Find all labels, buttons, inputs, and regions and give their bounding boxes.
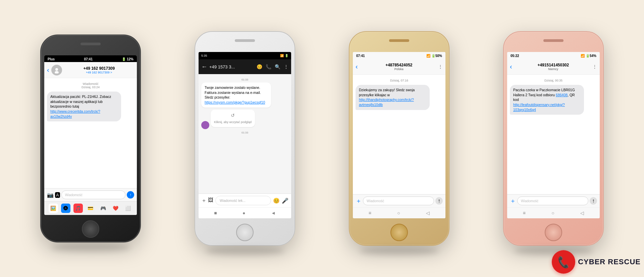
phone-3-status-bar: 07:41 📶 🔋50% bbox=[353, 52, 445, 59]
image-icon[interactable]: 🖼 bbox=[208, 197, 213, 204]
photos-app[interactable]: 🖼️ bbox=[49, 204, 58, 213]
sender-avatar bbox=[201, 121, 209, 129]
back-button[interactable]: ‹ bbox=[47, 66, 49, 74]
back-button[interactable]: ‹ bbox=[510, 63, 512, 70]
phone-icon[interactable]: 📞 bbox=[266, 64, 271, 69]
date-label: WiadomośćDzisiaj, 03:24 bbox=[47, 82, 134, 89]
cyber-rescue-logo: 📞 CYBER RESCUE bbox=[552, 250, 641, 274]
sms-message-4: Paczka czeka w Paczkomacie LBR01G Haller… bbox=[510, 85, 584, 115]
send-button[interactable]: ↑ bbox=[127, 191, 134, 199]
emoji-icon[interactable]: 😊 bbox=[273, 198, 280, 204]
nav-menu[interactable]: ≡ bbox=[369, 210, 371, 216]
contact-detail: +49 162 9017309 > bbox=[64, 71, 134, 74]
phone-1-home-button[interactable] bbox=[82, 220, 99, 238]
more-icon[interactable]: ⋮ bbox=[284, 64, 288, 69]
heart-app[interactable]: ❤️ bbox=[111, 204, 120, 213]
appstore-app[interactable]: 🅐 bbox=[61, 204, 70, 213]
nav-back[interactable]: ◁ bbox=[426, 210, 430, 216]
message-input[interactable]: Wiadomość bbox=[517, 197, 588, 205]
music-app[interactable]: 🎵 bbox=[73, 204, 83, 213]
time: 05:22 bbox=[511, 54, 519, 58]
nav-menu[interactable]: ≡ bbox=[523, 210, 526, 216]
phone-2-input-bar: ＋ 🖼 Wiadomość tek... 😊 🎤 bbox=[199, 193, 291, 207]
phone-2-status-bar: 5:35 📶 🔋 bbox=[199, 52, 291, 59]
phone-3-speaker bbox=[389, 39, 409, 42]
phone-1-input-bar: 📷 A Wiadomość ↑ bbox=[44, 188, 137, 201]
send-btn[interactable]: ↑ bbox=[590, 197, 597, 205]
more-icon[interactable]: ⋮ bbox=[438, 64, 443, 69]
logo-circle[interactable]: 📞 bbox=[552, 250, 575, 274]
preview-bubble[interactable]: ↺ Kliknij, aby wczytać podgląd bbox=[211, 110, 255, 127]
send-btn[interactable]: ↑ bbox=[435, 197, 443, 205]
mic-icon[interactable]: 🎤 bbox=[282, 198, 288, 204]
sms-link-3[interactable]: http://thandiphotography.com/trck/?avtme… bbox=[359, 98, 414, 107]
other-app[interactable]: ⬜ bbox=[123, 204, 132, 213]
date-label: Dzisiaj, 00:35 bbox=[510, 79, 597, 82]
icons: 📶 🔋50% bbox=[426, 54, 442, 58]
android-icons: 📶 🔋 bbox=[280, 54, 288, 57]
phone-3-home-button[interactable] bbox=[390, 224, 408, 241]
sms-code-link[interactable]: 686408 bbox=[556, 93, 568, 97]
apps-bar: 🖼️ 🅐 🎵 💳 🎮 ❤️ ⬜ bbox=[44, 201, 137, 215]
sms-link-4[interactable]: http://leafoutdispensary.net/pkg/?103qrq… bbox=[513, 103, 565, 112]
phone-3: 07:41 📶 🔋50% ‹ +48785424052 Polska ⋮ Dzi… bbox=[349, 31, 449, 246]
message-input[interactable]: Wiadomość tek... bbox=[215, 196, 271, 205]
nav-home[interactable]: ○ bbox=[397, 210, 400, 216]
phone-4-input-bar: ＋ Wiadomość ↑ bbox=[507, 194, 600, 207]
plus-icon[interactable]: ＋ bbox=[201, 197, 207, 204]
camera-icon[interactable]: 📷 bbox=[47, 192, 54, 198]
phone-1-status-bar: Plus 07:41 🔋 12% bbox=[44, 55, 137, 62]
nav-home[interactable]: ○ bbox=[551, 210, 554, 216]
svg-point-1 bbox=[55, 71, 59, 73]
sms-message-2: Twoje zamowienie zostalo wyslane. Faktur… bbox=[201, 82, 271, 108]
contact-name: +4915141450302 bbox=[514, 63, 592, 67]
phone-1-messages: WiadomośćDzisiaj, 03:24 Aktualizacja pac… bbox=[44, 78, 137, 188]
plus-button[interactable]: ＋ bbox=[510, 197, 516, 205]
sms-link-1[interactable]: http://www.creceritda.com/trck/?ax10w2hz… bbox=[50, 109, 100, 118]
phone-3-screen: 07:41 📶 🔋50% ‹ +48785424052 Polska ⋮ Dzi… bbox=[353, 52, 445, 218]
smiley-icon[interactable]: 😊 bbox=[257, 64, 262, 69]
appstore-icon[interactable]: A bbox=[55, 192, 60, 198]
logo-text: CYBER RESCUE bbox=[578, 258, 641, 266]
search-icon[interactable]: 🔍 bbox=[275, 64, 280, 69]
contact-region: Polska bbox=[360, 67, 438, 71]
phone-4-home-button[interactable] bbox=[545, 224, 562, 241]
phone-2-home-button[interactable] bbox=[236, 224, 254, 241]
phone-3-messages: Dzisiaj, 07:16 Dziekujemy za zakupy! Sle… bbox=[353, 75, 445, 194]
more-icon[interactable]: ⋮ bbox=[592, 64, 597, 69]
contact-info: +48785424052 Polska bbox=[360, 63, 438, 71]
message-input[interactable]: Wiadomość bbox=[363, 197, 434, 205]
message-input[interactable]: Wiadomość bbox=[61, 190, 125, 199]
contact-info: +49 162 9017309 +49 162 9017309 > bbox=[64, 66, 134, 74]
phone-4-header: ‹ +4915141450302 Niemcy ⋮ bbox=[507, 59, 600, 75]
nav-back[interactable]: ■ bbox=[214, 210, 217, 216]
back-button[interactable]: ← bbox=[201, 63, 207, 70]
contact-name: +49 1573 3... bbox=[209, 64, 257, 69]
plus-button[interactable]: ＋ bbox=[356, 197, 362, 205]
phone-4-messages: Dzisiaj, 00:35 Paczka czeka w Paczkomaci… bbox=[507, 75, 600, 194]
back-button[interactable]: ‹ bbox=[356, 63, 358, 70]
logo-phone-icon: 📞 bbox=[556, 255, 571, 269]
phone-2-nav: ■ ● ◄ bbox=[199, 207, 291, 218]
nav-home[interactable]: ● bbox=[243, 210, 245, 216]
sms-message-3: Dziekujemy za zakupy! Sledz swoja przesy… bbox=[356, 85, 430, 110]
phone-1: Plus 07:41 🔋 12% ‹ +49 162 9017309 +49 1… bbox=[40, 35, 141, 242]
phone-4: 05:22 📶 🔋54% ‹ +4915141450302 Niemcy ⋮ D… bbox=[503, 31, 604, 246]
nav-back[interactable]: ◁ bbox=[580, 210, 584, 216]
game-app[interactable]: 🎮 bbox=[98, 204, 108, 213]
phones-container: Plus 07:41 🔋 12% ‹ +49 162 9017309 +49 1… bbox=[0, 0, 644, 277]
phone-4-screen: 05:22 📶 🔋54% ‹ +4915141450302 Niemcy ⋮ D… bbox=[507, 52, 600, 218]
input-placeholder: Wiadomość tek... bbox=[220, 199, 246, 203]
preview-row: ↺ Kliknij, aby wczytać podgląd bbox=[201, 110, 288, 129]
nav-recent[interactable]: ◄ bbox=[271, 210, 276, 216]
input-placeholder: Wiadomość bbox=[367, 199, 384, 203]
time: 07:41 bbox=[84, 57, 93, 61]
attach-icons: ＋ 🖼 bbox=[201, 197, 213, 204]
phone-3-header: ‹ +48785424052 Polska ⋮ bbox=[353, 59, 445, 75]
battery: 🔋 12% bbox=[122, 57, 133, 61]
contact-info: +4915141450302 Niemcy bbox=[514, 63, 592, 71]
time-label-2: 01:33 bbox=[201, 131, 288, 134]
sms-link-2[interactable]: https://vsysm.com/pkge/?gup1wcsqf10 bbox=[205, 100, 265, 104]
input-placeholder: Wiadomość bbox=[65, 193, 83, 197]
wallet-app[interactable]: 💳 bbox=[86, 204, 95, 213]
